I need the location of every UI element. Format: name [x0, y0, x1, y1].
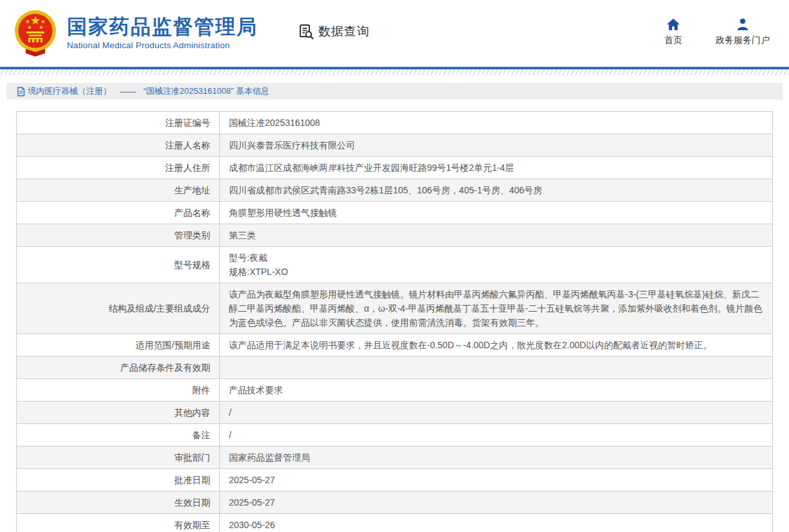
row-value: 该产品适用于满足本说明书要求，并且近视度数在-0.50D～-4.00D之内，散光… [220, 334, 773, 357]
row-label: 产品名称 [17, 202, 220, 224]
table-row: 备注/ [17, 424, 773, 447]
table-row: 批准日期2025-05-27 [17, 469, 773, 492]
nav-item-home[interactable]: 首页 [664, 18, 682, 46]
row-label: 生产地址 [17, 179, 220, 202]
row-label: 审批部门 [17, 447, 220, 469]
nav-item-portal[interactable]: 政务服务门户 [716, 18, 770, 46]
table-row: 生产地址四川省成都市武侯区武青南路33号2栋1层105、106号房，405-1号… [17, 179, 773, 202]
table-row: 结构及组成/主要组成成分该产品为夜戴型角膜塑形用硬性透气接触镜。镜片材料由甲基丙… [17, 283, 773, 334]
row-label: 备注 [17, 424, 220, 447]
row-value: 2025-05-27 [220, 492, 773, 514]
table-row: 注册人住所成都市温江区成都海峡两岸科技产业开发园海旺路99号1号楼2单元1-4层 [17, 157, 773, 179]
page-header: 国家药品监督管理局 National Medical Products Admi… [0, 0, 789, 67]
row-label: 有效期至 [17, 514, 220, 532]
table-row: 生效日期2025-05-27 [17, 492, 773, 514]
document-icon [17, 87, 25, 96]
home-icon [666, 18, 680, 31]
breadcrumb: 境内医疗器械（注册） —— “国械注准20253161008” 基本信息 [6, 83, 783, 100]
nmpa-emblem-logo [12, 8, 59, 58]
row-value: 产品技术要求 [220, 379, 773, 402]
table-row: 产品储存条件及有效期 [17, 357, 773, 379]
row-value: 第三类 [220, 224, 773, 247]
registration-info-table: 注册证编号国械注准20253161008注册人名称四川兴泰普乐医疗科技有限公司注… [16, 111, 773, 532]
row-label: 附件 [17, 379, 220, 402]
row-value: 型号:夜戴 规格:XTPL-XO [220, 247, 773, 283]
document-search-icon [298, 23, 315, 40]
row-value: 角膜塑形用硬性透气接触镜 [220, 202, 773, 224]
row-value [220, 357, 773, 379]
row-value: 国械注准20253161008 [220, 112, 773, 134]
row-label: 生效日期 [17, 492, 220, 514]
org-title-block: 国家药品监督管理局 National Medical Products Admi… [67, 16, 258, 51]
row-label: 适用范围/预期用途 [17, 334, 220, 357]
nav-home-label: 首页 [664, 35, 682, 46]
row-value: / [220, 402, 773, 424]
table-row: 注册人名称四川兴泰普乐医疗科技有限公司 [17, 134, 773, 157]
data-query-label: 数据查询 [318, 23, 370, 40]
breadcrumb-separator: —— [120, 87, 134, 96]
table-row: 有效期至2030-05-26 [17, 514, 773, 532]
top-nav: 首页 政务服务门户 [664, 18, 770, 46]
row-value: 四川兴泰普乐医疗科技有限公司 [220, 134, 773, 157]
row-label: 型号规格 [17, 247, 220, 283]
table-row: 注册证编号国械注准20253161008 [17, 112, 773, 134]
row-value: 成都市温江区成都海峡两岸科技产业开发园海旺路99号1号楼2单元1-4层 [220, 157, 773, 179]
nav-portal-label: 政务服务门户 [716, 35, 770, 46]
row-value: / [220, 424, 773, 447]
row-label: 产品储存条件及有效期 [17, 357, 220, 379]
person-icon [736, 18, 750, 31]
registration-info-table-wrap: 注册证编号国械注准20253161008注册人名称四川兴泰普乐医疗科技有限公司注… [16, 111, 773, 532]
row-value: 该产品为夜戴型角膜塑形用硬性透气接触镜。镜片材料由甲基丙烯酸六氟异丙酯、甲基丙烯… [220, 283, 773, 334]
table-row: 适用范围/预期用途该产品适用于满足本说明书要求，并且近视度数在-0.50D～-4… [17, 334, 773, 357]
table-row: 管理类别第三类 [17, 224, 773, 247]
row-value: 四川省成都市武侯区武青南路33号2栋1层105、106号房，405-1号房、40… [220, 179, 773, 202]
table-row: 附件产品技术要求 [17, 379, 773, 402]
row-label: 注册人名称 [17, 134, 220, 157]
table-row: 型号规格型号:夜戴 规格:XTPL-XO [17, 247, 773, 283]
org-name-zh: 国家药品监督管理局 [67, 16, 258, 38]
row-label: 注册人住所 [17, 157, 220, 179]
row-value: 2025-05-27 [220, 469, 773, 492]
row-label: 其他内容 [17, 402, 220, 424]
national-emblem-icon [12, 8, 59, 58]
row-label: 管理类别 [17, 224, 220, 247]
table-row: 产品名称角膜塑形用硬性透气接触镜 [17, 202, 773, 224]
breadcrumb-current: “国械注准20253161008” 基本信息 [143, 85, 269, 97]
row-label: 结构及组成/主要组成成分 [17, 283, 220, 334]
row-value: 2030-05-26 [220, 514, 773, 532]
row-label: 批准日期 [17, 469, 220, 492]
org-name-en: National Medical Products Administration [67, 40, 258, 51]
table-row: 审批部门国家药品监督管理局 [17, 447, 773, 469]
breadcrumb-root[interactable]: 境内医疗器械（注册） [28, 85, 111, 97]
row-value: 国家药品监督管理局 [220, 447, 773, 469]
data-query-nav[interactable]: 数据查询 [298, 23, 370, 40]
header-stripe-band [0, 69, 789, 75]
table-row: 其他内容/ [17, 402, 773, 424]
row-label: 注册证编号 [17, 112, 220, 134]
